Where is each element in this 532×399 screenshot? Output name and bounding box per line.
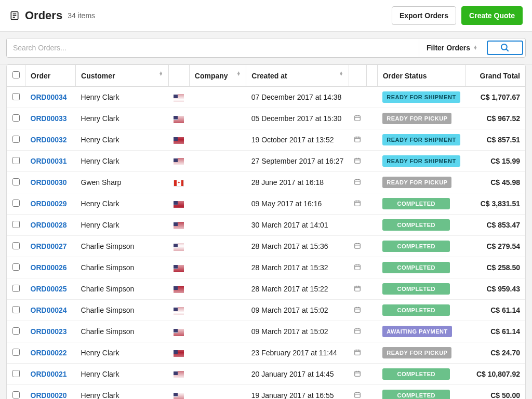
table-row[interactable]: ORD00021Henry Clark20 January 2017 at 14… [7, 364, 525, 385]
calendar-icon [354, 263, 361, 271]
calendar-icon [354, 157, 361, 164]
order-link[interactable]: ORD00031 [31, 157, 67, 165]
order-link[interactable]: ORD00026 [31, 263, 67, 272]
order-link[interactable]: ORD00022 [31, 349, 67, 357]
row-checkbox[interactable] [12, 136, 20, 143]
order-link[interactable]: ORD00023 [31, 327, 67, 336]
row-checkbox[interactable] [12, 349, 20, 356]
country-flag-icon [174, 308, 184, 314]
row-checkbox[interactable] [12, 93, 20, 100]
company-cell [189, 300, 246, 321]
company-cell [189, 215, 246, 236]
row-checkbox[interactable] [12, 200, 20, 207]
row-checkbox[interactable] [12, 157, 20, 164]
row-checkbox[interactable] [12, 370, 20, 377]
create-quote-button[interactable]: Create Quote [461, 6, 523, 25]
row-checkbox[interactable] [12, 114, 20, 122]
order-link[interactable]: ORD00033 [31, 114, 67, 123]
row-checkbox[interactable] [12, 178, 20, 185]
table-row[interactable]: ORD00026Charlie Simpson28 March 2017 at … [7, 257, 525, 278]
header-order[interactable]: Order [25, 65, 76, 87]
calendar-cell [349, 385, 366, 400]
order-link[interactable]: ORD00029 [31, 200, 67, 208]
order-link[interactable]: ORD00034 [31, 93, 67, 101]
created-at: 09 May 2017 at 16:16 [246, 193, 349, 215]
row-checkbox[interactable] [12, 391, 20, 398]
svg-rect-38 [355, 307, 361, 312]
company-cell [189, 321, 246, 342]
header-customer[interactable]: Customer▲▼ [76, 65, 169, 87]
select-all-checkbox[interactable] [12, 71, 20, 78]
header-created[interactable]: Created at▲▼ [246, 65, 349, 87]
table-row[interactable]: ORD00027Charlie Simpson28 March 2017 at … [7, 236, 525, 257]
table-row[interactable]: ORD00029Henry Clark09 May 2017 at 16:16C… [7, 193, 525, 215]
created-at: 28 March 2017 at 15:32 [246, 257, 349, 278]
table-row[interactable]: ORD00033Henry Clark05 December 2017 at 1… [7, 108, 525, 129]
customer-name: Henry Clark [76, 151, 169, 172]
order-link[interactable]: ORD00032 [31, 136, 67, 144]
status-badge: COMPLETED [382, 368, 450, 380]
row-checkbox[interactable] [12, 263, 20, 271]
row-checkbox[interactable] [12, 221, 20, 228]
search-input[interactable] [7, 38, 419, 57]
filter-orders-toggle[interactable]: Filter Orders ▲▼ [419, 38, 485, 57]
company-cell [189, 151, 246, 172]
order-link[interactable]: ORD00028 [31, 221, 67, 229]
company-cell [189, 193, 246, 215]
order-link[interactable]: ORD00030 [31, 178, 67, 187]
status-badge: COMPLETED [382, 219, 450, 231]
header-status[interactable]: Order Status [377, 65, 465, 87]
company-cell [189, 236, 246, 257]
svg-rect-46 [355, 350, 361, 354]
svg-rect-14 [355, 158, 361, 163]
orders-table-wrap: Order Customer▲▼ Company▲▼ Created at▲▼ … [6, 64, 526, 399]
table-row[interactable]: ORD00023Charlie Simpson09 March 2017 at … [7, 321, 525, 342]
row-checkbox[interactable] [12, 285, 20, 292]
calendar-cell [349, 321, 366, 342]
status-badge: COMPLETED [382, 198, 450, 209]
company-cell [189, 364, 246, 385]
customer-name: Henry Clark [76, 108, 169, 129]
customer-name: Henry Clark [76, 193, 169, 215]
export-orders-button[interactable]: Export Orders [392, 6, 456, 25]
row-checkbox[interactable] [12, 327, 20, 335]
order-link[interactable]: ORD00024 [31, 306, 67, 314]
sort-indicator-icon: ▲▼ [339, 72, 343, 76]
table-row[interactable]: ORD00034Henry Clark07 December 2017 at 1… [7, 87, 525, 108]
table-row[interactable]: ORD00025Charlie Simpson28 March 2017 at … [7, 278, 525, 300]
svg-rect-50 [355, 371, 361, 376]
calendar-cell [349, 278, 366, 300]
table-row[interactable]: ORD00031Henry Clark27 September 2017 at … [7, 151, 525, 172]
status-badge: AWAITING PAYMENT [382, 326, 451, 337]
filter-bar: Filter Orders ▲▼ [0, 32, 532, 64]
order-link[interactable]: ORD00020 [31, 391, 67, 399]
calendar-icon [354, 349, 361, 356]
search-button[interactable] [487, 41, 523, 55]
created-at: 27 September 2017 at 16:27 [246, 151, 349, 172]
svg-rect-6 [355, 115, 361, 120]
order-link[interactable]: ORD00027 [31, 242, 67, 250]
table-row[interactable]: ORD00020Henry Clark19 January 2017 at 16… [7, 385, 525, 400]
header-company[interactable]: Company▲▼ [189, 65, 246, 87]
country-flag-icon: ✦ [174, 180, 184, 187]
table-row[interactable]: ORD00022Henry Clark23 February 2017 at 1… [7, 342, 525, 364]
row-checkbox[interactable] [12, 306, 20, 313]
svg-rect-22 [355, 201, 361, 205]
calendar-cell [349, 172, 366, 193]
calendar-cell [349, 215, 366, 236]
table-row[interactable]: ORD00030Gwen Sharp✦28 June 2017 at 16:18… [7, 172, 525, 193]
sort-indicator-icon: ▲▼ [473, 46, 477, 50]
country-flag-icon [174, 222, 184, 229]
svg-rect-26 [355, 243, 361, 248]
grand-total: C$ 50.00 [466, 385, 525, 400]
table-row[interactable]: ORD00028Henry Clark30 March 2017 at 14:0… [7, 215, 525, 236]
row-checkbox[interactable] [12, 242, 20, 249]
table-row[interactable]: ORD00032Henry Clark19 October 2017 at 13… [7, 129, 525, 151]
company-cell [189, 172, 246, 193]
header-total[interactable]: Grand Total [466, 65, 525, 87]
table-row[interactable]: ORD00024Charlie Simpson09 March 2017 at … [7, 300, 525, 321]
calendar-cell [349, 129, 366, 151]
order-link[interactable]: ORD00025 [31, 285, 67, 293]
status-badge: READY FOR SHIPMENT [382, 91, 460, 103]
order-link[interactable]: ORD00021 [31, 370, 67, 378]
